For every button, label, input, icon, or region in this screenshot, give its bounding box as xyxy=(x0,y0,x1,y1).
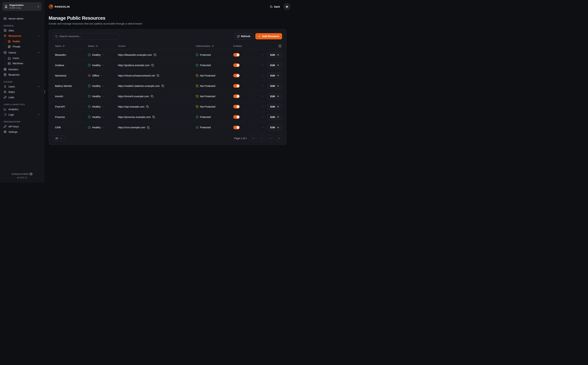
row-menu-button[interactable] xyxy=(261,84,265,88)
edit-button[interactable]: Edit xyxy=(268,104,282,110)
enabled-toggle[interactable] xyxy=(233,53,240,57)
refresh-button[interactable]: Refresh xyxy=(234,33,253,39)
enabled-toggle[interactable] xyxy=(233,63,240,67)
status-dropdown[interactable]: Healthy xyxy=(88,95,104,98)
chevron-up-icon xyxy=(38,35,40,37)
resource-url: https://cloud.schwartznetwork.net xyxy=(118,74,155,77)
github-icon[interactable] xyxy=(30,173,32,175)
chevron-down-icon xyxy=(102,126,104,128)
first-page-button[interactable] xyxy=(251,135,256,141)
copy-url-button[interactable] xyxy=(156,74,160,77)
page-size-select[interactable]: 20 xyxy=(53,135,65,141)
sort-icon[interactable] xyxy=(212,45,214,47)
sidebar-item-sites[interactable]: Sites xyxy=(3,28,41,33)
sidebar-item-logs[interactable]: Logs xyxy=(3,112,41,117)
columns-icon[interactable] xyxy=(279,45,281,48)
toggle-knob xyxy=(237,116,239,119)
row-menu-button[interactable] xyxy=(261,53,265,57)
scrollbar-thumb[interactable] xyxy=(45,90,45,93)
copy-url-button[interactable] xyxy=(153,53,157,56)
prev-page-button[interactable] xyxy=(259,135,265,141)
sidebar-item-private[interactable]: Private xyxy=(7,44,41,49)
brand[interactable]: PANGOLIN xyxy=(49,4,70,9)
status-cell: Healthy xyxy=(86,126,116,129)
arrow-right-icon xyxy=(277,84,279,87)
sidebar-item-domains[interactable]: Domains xyxy=(3,67,41,72)
sidebar-item-server-admin[interactable]: Server Admin xyxy=(3,16,41,21)
enabled-toggle[interactable] xyxy=(233,105,240,108)
search-box xyxy=(53,33,119,39)
edit-button[interactable]: Edit xyxy=(268,125,282,130)
sidebar-item-roles[interactable]: Roles xyxy=(3,89,41,95)
copy-url-button[interactable] xyxy=(152,115,155,119)
row-menu-button[interactable] xyxy=(261,63,265,67)
status-dropdown[interactable]: Healthy xyxy=(88,84,104,87)
next-page-button[interactable] xyxy=(268,135,273,141)
enabled-toggle[interactable] xyxy=(233,74,240,77)
row-menu-button[interactable] xyxy=(261,105,265,109)
row-menu-button[interactable] xyxy=(261,94,265,98)
sidebar-item-api-keys[interactable]: API Keys xyxy=(3,124,41,129)
row-menu-button[interactable] xyxy=(261,125,265,130)
enabled-toggle[interactable] xyxy=(233,84,240,88)
search-input[interactable] xyxy=(59,35,117,38)
avatar[interactable]: M xyxy=(284,3,290,10)
sidebar-item-users[interactable]: Users xyxy=(3,84,41,89)
edit-button[interactable]: Edit xyxy=(268,93,282,99)
sidebar-item-settings[interactable]: Settings xyxy=(3,129,41,134)
status-dropdown[interactable]: Healthy xyxy=(88,53,104,56)
sidebar-item-users[interactable]: Users xyxy=(7,56,41,61)
enabled-cell xyxy=(231,84,254,88)
status-dropdown[interactable]: Healthy xyxy=(88,64,104,67)
status-dropdown[interactable]: Healthy xyxy=(88,105,104,108)
status-dropdown[interactable]: Healthy xyxy=(88,115,104,119)
ellipsis-icon xyxy=(261,84,264,87)
theme-toggle[interactable]: Dark xyxy=(270,5,280,8)
row-menu-button[interactable] xyxy=(261,115,265,119)
edit-button[interactable]: Edit xyxy=(268,52,282,58)
enabled-toggle[interactable] xyxy=(233,94,240,98)
sidebar-item-blueprints[interactable]: Blueprints xyxy=(3,72,41,77)
sidebar-item-analytics[interactable]: Analytics xyxy=(3,106,41,112)
copy-url-button[interactable] xyxy=(147,126,150,129)
last-page-button[interactable] xyxy=(276,135,282,141)
status-dropdown[interactable]: Healthy xyxy=(88,126,104,129)
copy-url-button[interactable] xyxy=(146,105,149,108)
table-row: CRMHealthyhttps://crm.example.comProtect… xyxy=(53,122,282,133)
sidebar-item-resources[interactable]: Resources xyxy=(3,33,41,38)
sidebar-item-clients[interactable]: Clients xyxy=(3,50,41,55)
edit-button[interactable]: Edit xyxy=(268,73,282,78)
laptop-icon xyxy=(8,57,11,60)
copy-icon xyxy=(162,84,164,87)
sidebar-item-public[interactable]: Public xyxy=(7,39,41,44)
status-cell: Healthy xyxy=(86,115,116,119)
org-selector[interactable]: Organization ACME Corp. xyxy=(3,2,41,11)
enabled-toggle[interactable] xyxy=(233,126,240,129)
status-label: Healthy xyxy=(92,54,101,56)
edit-button[interactable]: Edit xyxy=(268,62,282,68)
external-link-icon[interactable] xyxy=(25,177,27,179)
status-dropdown[interactable]: Offline xyxy=(88,74,103,77)
add-resource-button[interactable]: Add Resource xyxy=(255,33,282,39)
edit-button[interactable]: Edit xyxy=(268,83,282,89)
sidebar-item-label: Roles xyxy=(8,91,40,93)
copy-url-button[interactable] xyxy=(150,95,154,98)
sort-icon[interactable] xyxy=(62,45,65,47)
edit-button[interactable]: Edit xyxy=(268,114,282,120)
sort-icon[interactable] xyxy=(96,45,98,47)
copy-url-button[interactable] xyxy=(151,63,154,67)
column-picker[interactable] xyxy=(254,45,282,48)
sidebar-nav: Server Admin GENERALSitesResourcesPublic… xyxy=(3,14,41,172)
enabled-toggle[interactable] xyxy=(233,115,240,119)
column-header-status: Status xyxy=(86,45,116,47)
auth-cell: Not Protected xyxy=(194,105,231,108)
page-title: Manage Public Resources xyxy=(49,15,287,21)
sidebar: Organization ACME Corp. Server Admin GEN… xyxy=(0,0,44,182)
row-menu-button[interactable] xyxy=(261,73,265,78)
enabled-cell xyxy=(231,105,254,108)
sidebar-item-label: Server Admin xyxy=(8,17,40,20)
copy-url-button[interactable] xyxy=(161,84,164,88)
sidebar-item-links[interactable]: Links xyxy=(3,95,41,100)
version-label[interactable]: v1.13.0 xyxy=(17,176,24,180)
sidebar-item-machines[interactable]: Machines xyxy=(7,61,41,66)
